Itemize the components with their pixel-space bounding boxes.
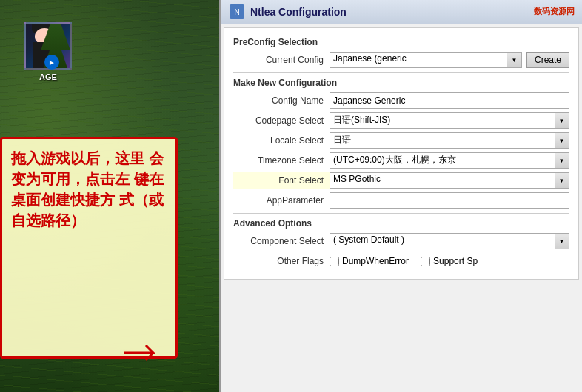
support-sp-label: Support Sp xyxy=(433,256,478,266)
panel-body: PreConfig Selection Current Config Japan… xyxy=(224,27,579,280)
codepage-dropdown-arrow[interactable]: ▼ xyxy=(555,112,569,129)
codepage-label: Codepage Select xyxy=(233,115,330,126)
create-button[interactable]: Create xyxy=(526,52,569,68)
panel-icon: N xyxy=(230,4,244,19)
section-divider-1 xyxy=(233,72,569,73)
appparam-label: AppParameter xyxy=(233,195,330,206)
annotation-text: 拖入游戏以后，这里 会变为可用，点击左 键在桌面创建快捷方 式（或自选路径） xyxy=(11,148,167,231)
component-select-wrapper[interactable]: ( System Default ) ▼ xyxy=(330,233,569,249)
watermark: 数码资源网 xyxy=(534,6,575,17)
other-flags-label: Other Flags xyxy=(233,256,330,266)
locale-select-wrapper[interactable]: 日语 ▼ xyxy=(330,132,569,149)
component-select-row: Component Select ( System Default ) ▼ xyxy=(233,233,569,249)
font-dropdown-arrow[interactable]: ▼ xyxy=(555,172,569,189)
font-select-display: MS PGothic xyxy=(330,172,569,189)
timezone-select-wrapper[interactable]: (UTC+09:00)大阪，札幌，东京 ▼ xyxy=(330,152,569,169)
config-name-label: Config Name xyxy=(233,95,330,106)
annotation-arrow xyxy=(124,342,168,364)
current-config-label: Current Config xyxy=(233,55,330,65)
codepage-row: Codepage Select 日语(Shift-JIS) ▼ xyxy=(233,112,569,129)
appparam-input[interactable] xyxy=(330,192,569,209)
timezone-dropdown-arrow[interactable]: ▼ xyxy=(555,152,569,169)
current-config-row: Current Config Japanese (generic ▼ Creat… xyxy=(233,52,569,68)
config-name-input[interactable] xyxy=(330,92,569,109)
current-config-select-wrapper[interactable]: Japanese (generic ▼ xyxy=(330,52,522,68)
font-select-label: Font Select xyxy=(233,175,330,186)
dump-when-error-label: DumpWhenError xyxy=(342,256,409,266)
make-new-section-label: Make New Configuration xyxy=(233,78,569,88)
other-flags-row: Other Flags DumpWhenError Support Sp xyxy=(233,253,569,269)
support-sp-checkbox[interactable] xyxy=(421,257,430,266)
current-config-dropdown-arrow[interactable]: ▼ xyxy=(507,52,522,68)
current-config-select-display: Japanese (generic xyxy=(330,52,522,68)
game-icon-label: AGE xyxy=(22,72,74,81)
config-name-row: Config Name xyxy=(233,92,569,109)
timezone-label: Timezone Select xyxy=(233,155,330,166)
dump-when-error-checkbox[interactable] xyxy=(330,257,339,266)
locale-row: Locale Select 日语 ▼ xyxy=(233,132,569,149)
checkbox-row: DumpWhenError Support Sp xyxy=(330,256,569,266)
timezone-row: Timezone Select (UTC+09:00)大阪，札幌，东京 ▼ xyxy=(233,152,569,169)
codepage-select-wrapper[interactable]: 日语(Shift-JIS) ▼ xyxy=(330,112,569,129)
section-divider-2 xyxy=(233,213,569,214)
appparam-row: AppParameter xyxy=(233,192,569,209)
codepage-select-display: 日语(Shift-JIS) xyxy=(330,112,569,129)
component-dropdown-arrow[interactable]: ▼ xyxy=(555,233,569,249)
component-select-display: ( System Default ) xyxy=(330,233,569,249)
advanced-section-label: Advanced Options xyxy=(233,218,569,229)
locale-select-display: 日语 xyxy=(330,132,569,149)
panel-title: Ntlea Configuration xyxy=(250,6,573,18)
component-select-label: Component Select xyxy=(233,236,330,246)
font-select-wrapper[interactable]: MS PGothic ▼ xyxy=(330,172,569,189)
annotation-box: 拖入游戏以后，这里 会变为可用，点击左 键在桌面创建快捷方 式（或自选路径） xyxy=(0,137,178,359)
support-sp-item[interactable]: Support Sp xyxy=(421,256,478,266)
game-icon[interactable]: ► AGE xyxy=(22,22,74,81)
locale-label: Locale Select xyxy=(233,135,330,146)
locale-dropdown-arrow[interactable]: ▼ xyxy=(555,132,569,149)
timezone-select-display: (UTC+09:00)大阪，札幌，东京 xyxy=(330,152,569,169)
preconfig-section-label: PreConfig Selection xyxy=(233,37,569,47)
font-select-row: Font Select MS PGothic ▼ xyxy=(233,172,569,189)
panel-header: N Ntlea Configuration xyxy=(221,0,582,24)
dump-when-error-item[interactable]: DumpWhenError xyxy=(330,256,409,266)
config-panel: 数码资源网 N Ntlea Configuration PreConfig Se… xyxy=(219,0,582,392)
shortcut-overlay-icon: ► xyxy=(44,55,59,70)
